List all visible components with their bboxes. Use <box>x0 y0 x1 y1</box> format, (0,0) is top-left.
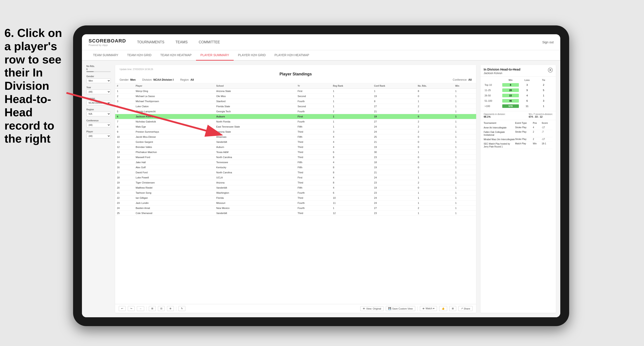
cell-win: 1 <box>454 211 476 216</box>
sign-out-link[interactable]: Sign out <box>542 40 554 44</box>
table-row[interactable]: 5 Christo Lamprecht Georgia Tech Fourth … <box>115 109 476 114</box>
table-row[interactable]: 11 Gordon Sargent Vanderbilt Third 4 21 … <box>115 140 476 145</box>
tournament-pos: Win <box>533 142 542 145</box>
redo-button[interactable]: ↪ <box>128 306 135 311</box>
table-row[interactable]: 3 Michael Thorbjornsen Stanford Fourth 1… <box>115 99 476 104</box>
table-row[interactable]: 10 Jacob Mou-Diesse Arkansas Fifth 4 25 … <box>115 134 476 140</box>
cell-win: 1 <box>454 206 476 211</box>
player-table: # Player School Yr Reg Rank Conf Rank No… <box>115 83 476 216</box>
table-row[interactable]: 15 Jake Hall Tennessee Fifth 4 18 0 1 <box>115 160 476 165</box>
table-row[interactable]: 23 Jack Lundin Missouri Fourth 11 24 1 1 <box>115 200 476 206</box>
cell-no-rds: 0 <box>416 145 453 150</box>
cell-conf-rank: 24 <box>372 129 416 134</box>
cell-year: Third <box>296 145 331 150</box>
h2h-row: Top 10 8 3 2 <box>484 82 553 88</box>
table-row[interactable]: 19 Tiger Christensen Arizona Third 8 23 … <box>115 180 476 185</box>
cell-rank: 25 <box>115 211 134 216</box>
table-row[interactable]: 7 Nicholas Gabrelcik North Florida Fourt… <box>115 119 476 124</box>
watch-button[interactable]: 👁 Watch ▾ <box>420 306 437 311</box>
cell-rank: 23 <box>115 200 134 206</box>
filter-conference-select[interactable]: (All) <box>86 123 111 127</box>
refresh-button[interactable]: ↻ <box>178 306 185 311</box>
cell-school: Florida State <box>214 104 296 109</box>
logo-text: SCOREBOARD <box>88 38 126 44</box>
nav-committee[interactable]: COMMITTEE <box>199 39 220 45</box>
cell-player: Jack Lundin <box>134 200 214 206</box>
tournament-name: Mirabel Maui Jim Intercollegiate <box>484 138 515 141</box>
col-score: Score <box>542 122 553 124</box>
table-row[interactable]: 25 Cole Sherwood Vanderbilt Third 12 23 … <box>115 211 476 216</box>
tab-team-h2h-grid[interactable]: TEAM H2H GRID <box>123 50 156 61</box>
table-row[interactable]: 6 Jackson Koivun Auburn First 1 19 0 1 <box>115 114 476 119</box>
tournament-name: Fallen Oak Collegiate Invitational <box>484 131 515 136</box>
filter-display-conference: Conference: All <box>453 78 472 81</box>
tournament-type: Stroke Play <box>515 126 533 129</box>
table-row[interactable]: 13 Phichakun Maichon Texas A&M Third 6 3… <box>115 150 476 155</box>
cell-win: 1 <box>454 94 476 99</box>
h2h-col-win: Win <box>502 79 519 81</box>
share-button[interactable]: ↗ Share <box>458 306 472 311</box>
cell-conf-rank: 18 <box>372 160 416 165</box>
cell-school: Auburn <box>214 145 296 150</box>
rounds-slider[interactable] <box>86 71 111 72</box>
forward-button[interactable]: → <box>137 306 144 311</box>
nav-teams[interactable]: TEAMS <box>176 39 188 45</box>
table-row[interactable]: 24 Bastien Amat New Mexico Fourth 1 27 2… <box>115 206 476 211</box>
filter-year-select[interactable]: (All) <box>86 90 111 94</box>
tab-player-h2h-heatmap[interactable]: PLAYER H2H HEATMAP <box>270 50 314 61</box>
more-button[interactable]: ⊕ <box>167 306 174 311</box>
filter-gender-select[interactable]: Men <box>86 78 111 83</box>
undo-button[interactable]: ↩ <box>119 306 126 311</box>
rounds-value: 6 <box>86 68 111 71</box>
cell-year: Fourth <box>296 99 331 104</box>
table-row[interactable]: 14 Maxwell Ford North Carolina Third 8 2… <box>115 155 476 160</box>
table-row[interactable]: 1 Wenyi Ding Arizona State First 1 1 8 1 <box>115 89 476 94</box>
tab-player-h2h-grid[interactable]: PLAYER H2H GRID <box>234 50 270 61</box>
table-row[interactable]: 20 Matthew Riedel Vanderbilt Fifth 4 19 … <box>115 185 476 190</box>
tab-player-summary[interactable]: PLAYER SUMMARY <box>196 50 234 61</box>
cell-no-rds: 1 <box>416 99 453 104</box>
grid-button[interactable]: ⊞ <box>449 306 456 311</box>
cell-conf-rank: 19 <box>372 145 416 150</box>
copy-button[interactable]: ⊞ <box>149 306 156 311</box>
cell-no-rds: 1 <box>416 150 453 155</box>
cell-no-rds: 1 <box>416 175 453 180</box>
cell-rank: 20 <box>115 185 134 190</box>
view-original-button[interactable]: 👁 View: Original <box>360 306 384 311</box>
cell-school: Vanderbilt <box>214 185 296 190</box>
h2h-win-cell: 22 <box>502 94 519 97</box>
table-row[interactable]: 17 David Ford North Carolina Third 8 21 … <box>115 170 476 175</box>
filter-player-select[interactable]: (All) <box>86 134 111 138</box>
table-row[interactable]: 4 Luke Claton Florida State Second 1 27 … <box>115 104 476 109</box>
cell-no-rds: 2 <box>416 104 453 109</box>
tab-team-summary[interactable]: TEAM SUMMARY <box>88 50 123 61</box>
table-row[interactable]: 16 Alex Goff Kentucky Fifth 8 19 0 1 <box>115 165 476 170</box>
cell-rank: 7 <box>115 119 134 124</box>
thumbs-up-button[interactable]: 👍 <box>439 306 447 311</box>
filter-division: Division NCAA Division I <box>86 97 111 105</box>
cell-year: Fifth <box>296 185 331 190</box>
cell-conf-rank: 23 <box>372 190 416 195</box>
tab-team-h2h-heatmap[interactable]: TEAM H2H HEATMAP <box>156 50 196 61</box>
tournament-score: -17 <box>542 138 553 140</box>
h2h-record-label: W-L-T record in-division: <box>528 113 553 115</box>
cell-conf-rank: 19 <box>372 185 416 190</box>
paste-button[interactable]: ⊟ <box>158 306 165 311</box>
table-row[interactable]: 22 Ian Gilligan Florida Third 10 24 1 1 <box>115 195 476 200</box>
table-row[interactable]: 8 Mats Ege East Tennessee State Fifth 1 … <box>115 124 476 129</box>
filter-region-select[interactable]: N/A <box>86 112 111 116</box>
table-row[interactable]: 9 Preston Summerhays Arizona State Third… <box>115 129 476 134</box>
table-row[interactable]: 12 Brendan Valles Auburn Third 4 19 0 1 <box>115 145 476 150</box>
table-row[interactable]: 21 Taehoon Song Washington Fourth 6 23 1… <box>115 190 476 195</box>
cell-school: UCLA <box>214 175 296 180</box>
table-row[interactable]: 2 Michael La Sasso Ole Miss Second 1 19 … <box>115 94 476 99</box>
filter-year-label: Year <box>86 86 111 89</box>
cell-no-rds: 0 <box>416 155 453 160</box>
close-button[interactable]: ✕ <box>548 68 553 72</box>
cell-no-rds: 1 <box>416 170 453 175</box>
table-row[interactable]: 18 Luke Powell UCLA First 4 24 1 1 <box>115 175 476 180</box>
cell-reg-rank: 4 <box>331 160 372 165</box>
filter-division-select[interactable]: NCAA Division I <box>86 101 111 105</box>
nav-tournaments[interactable]: TOURNAMENTS <box>137 39 164 45</box>
save-custom-button[interactable]: 💾 Save Custom View <box>386 306 415 311</box>
